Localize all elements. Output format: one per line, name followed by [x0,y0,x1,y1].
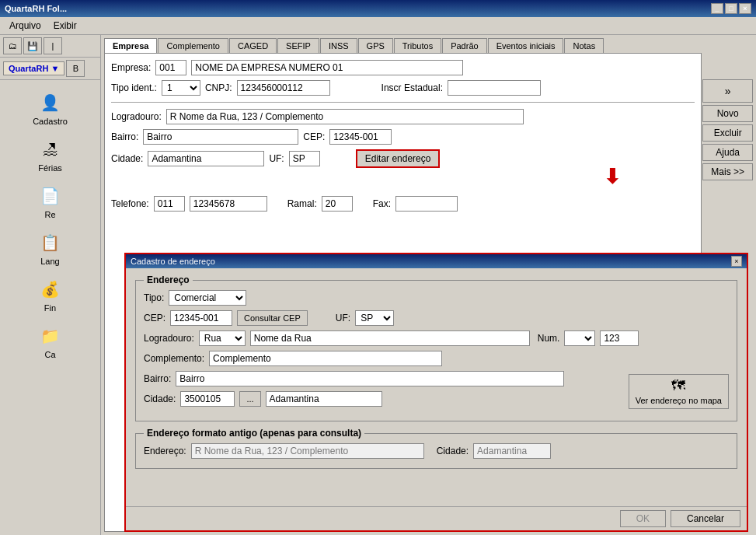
cidade-input[interactable] [148,151,264,166]
dialog-bairro-input[interactable] [176,371,564,386]
tipo-ident-select[interactable]: 1 2 [162,80,200,96]
cadastro-icon: 👤 [38,90,63,115]
dialog-uf-select[interactable]: SP RJ MG [355,310,394,326]
endereco-antigo-fieldset: Endereço formato antigo (apenas para con… [135,428,737,469]
sidebar-item-cadastro[interactable]: 👤 Cadastro [3,86,97,130]
dialog-cidade-row: Cidade: ... [144,391,616,407]
cancel-btn[interactable]: Cancelar [671,510,740,527]
nav-arrow[interactable]: » [702,79,753,103]
telefone-ddd-input[interactable] [154,196,185,212]
dialog-cidade-antigo-label: Cidade: [437,446,469,456]
telefone-number-input[interactable] [190,196,267,212]
endereco-legend: Endereço [144,274,193,285]
toolbar-extra-btn[interactable]: | [44,37,62,54]
content-area: 🗂 💾 | QuartaRH ▼ B 👤 Cadastro 🏖 Férias [0,35,756,535]
sidebar-item-ca[interactable]: 📁 Ca [3,320,97,363]
tab-caged[interactable]: CAGED [229,38,277,53]
dialog-logradouro-label: Logradouro: [144,333,194,344]
ver-endereco-mapa-btn[interactable]: 🗺 Ver endereço no mapa [629,374,729,409]
dialog-cep-row: CEP: Consultar CEP UF: SP RJ MG [144,310,729,326]
cep-input[interactable] [329,129,392,145]
sidebar-item-lang[interactable]: 📋 Lang [3,226,97,270]
dialog-cidade-code-input[interactable] [180,391,235,407]
tab-empresa[interactable]: Empresa [104,38,157,53]
cep-label: CEP: [303,131,325,142]
telefone-label: Telefone: [111,198,149,209]
uf-input[interactable] [289,151,320,166]
dialog-cidade-label: Cidade: [144,393,176,404]
dialog-num-input[interactable] [600,330,639,346]
title-bar-controls: _ □ × [711,3,751,14]
quarta-rh-dropdown[interactable]: QuartaRH ▼ [3,61,64,75]
ajuda-btn[interactable]: Ajuda [702,144,753,161]
close-btn[interactable]: × [739,3,751,14]
bairro-label: Bairro: [111,131,138,142]
tab-inss[interactable]: INSS [320,38,357,53]
sidebar-item-re[interactable]: 📄 Re [3,180,97,223]
lang-icon: 📋 [38,230,63,255]
tab-gps[interactable]: GPS [358,38,393,53]
tab-tributos[interactable]: Tributos [394,38,441,53]
sidebar-item-fin[interactable]: 💰 Fin [3,273,97,316]
menu-bar: Arquivo Exibir [0,17,756,35]
tab-eventos-iniciais[interactable]: Eventos iniciais [488,38,564,53]
menu-arquivo[interactable]: Arquivo [3,19,47,33]
dialog-tipo-select[interactable]: Comercial Residencial Outros [169,290,246,306]
tab-sefip[interactable]: SEFIP [277,38,319,53]
dialog-uf-label: UF: [336,313,350,323]
fax-input[interactable] [395,196,458,212]
empresa-code-input[interactable] [155,60,186,75]
tabs-bar: Empresa Complemento CAGED SEFIP INSS GPS… [101,35,756,53]
dialog-logradouro-tipo-select[interactable]: Rua Avenida [199,330,246,346]
sidebar-item-ferias[interactable]: 🏖 Férias [3,133,97,177]
dialog-endereco-antigo-row: Endereço: Cidade: [144,443,729,459]
dialog-cep-label: CEP: [144,313,165,323]
quarta-rh-strip: QuartaRH ▼ B [0,58,100,80]
novo-btn[interactable]: Novo [702,105,753,122]
minimize-btn[interactable]: _ [711,3,723,14]
logradouro-input[interactable] [166,109,524,124]
logradouro-row: Logradouro: [111,109,695,124]
telefone-row: Telefone: Ramal: Fax: [111,196,695,212]
tab-complemento[interactable]: Complemento [158,38,228,53]
dialog-complemento-input[interactable] [209,351,442,366]
save-btn[interactable]: 💾 [23,37,42,54]
cnpj-label: CNPJ: [205,82,232,93]
excluir-btn[interactable]: Excluir [702,124,753,142]
sidebar-extra-btn[interactable]: B [66,60,85,77]
fax-label: Fax: [373,198,391,209]
cnpj-input[interactable] [237,80,330,96]
ramal-input[interactable] [322,196,353,212]
mais-btn[interactable]: Mais >> [702,163,753,180]
dialog-bairro-row: Bairro: [144,371,616,386]
menu-exibir[interactable]: Exibir [47,19,83,33]
cadastro-label: Cadastro [33,117,68,126]
dialog-bairro-label: Bairro: [144,373,171,384]
dialog-close-btn[interactable]: × [731,256,742,267]
dialog-num-type-select[interactable]: S/N [564,330,595,346]
lang-label: Lang [40,257,59,266]
folder-btn[interactable]: 🗂 [3,37,22,54]
consultar-cep-btn[interactable]: Consultar CEP [237,310,308,326]
ramal-label: Ramal: [287,198,317,209]
dialog-complemento-row: Complemento: [144,351,729,366]
empresa-name-input[interactable] [191,60,463,75]
bairro-input[interactable] [143,129,298,145]
ok-btn[interactable]: OK [620,510,666,527]
ferias-label: Férias [38,163,62,173]
dialog-cep-input[interactable] [170,310,232,326]
dialog-cidade-dots-btn[interactable]: ... [239,391,260,407]
inscr-estadual-label: Inscr Estadual: [381,82,443,93]
maximize-btn[interactable]: □ [725,3,737,14]
inscr-estadual-input[interactable] [448,80,541,96]
dialog-tipo-row: Tipo: Comercial Residencial Outros [144,290,729,306]
editar-endereco-btn[interactable]: Editar endereço [356,149,441,168]
dialog-bairro-map-row: Bairro: Cidade: ... [144,371,729,411]
tab-notas[interactable]: Notas [564,38,604,53]
dialog-num-label: Num. [538,333,560,344]
dialog-cidade-name-input[interactable] [266,391,382,407]
dialog-complemento-label: Complemento: [144,353,204,364]
cadastro-endereco-dialog: Cadastro de endereço × Endereço Tipo: Co… [124,253,748,532]
tab-padrao[interactable]: Padrão [442,38,486,53]
dialog-logradouro-nome-input[interactable] [250,330,530,346]
